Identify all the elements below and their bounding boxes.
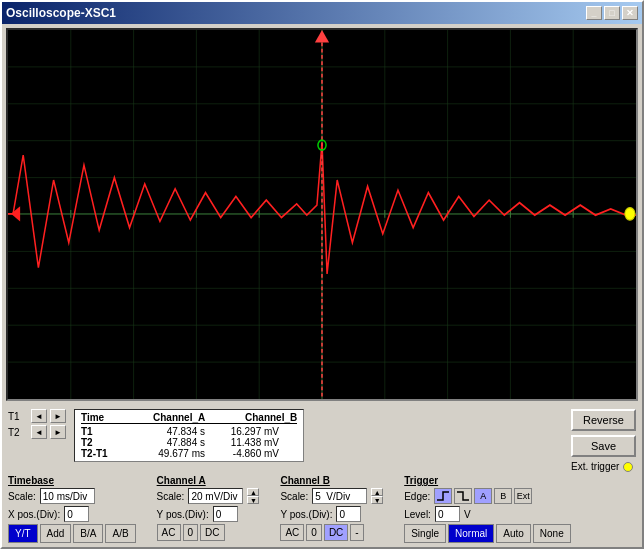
t2t1-measurement-row: T2-T1 49.677 ms -4.860 mV: [81, 448, 297, 459]
chb-scale-row: Scale: ▲ ▼: [280, 488, 383, 504]
chb-ypos-label: Y pos.(Div):: [280, 509, 332, 520]
reverse-save-panel: Reverse Save Ext. trigger: [571, 409, 636, 472]
screen-svg: [8, 30, 636, 399]
trigger-edge-buttons: A B Ext: [434, 488, 532, 504]
timebase-xpos-input[interactable]: [64, 506, 89, 522]
t2-left-button[interactable]: ◄: [31, 425, 47, 439]
yt-button[interactable]: Y/T: [8, 524, 38, 543]
t2-time-val: 47.884 s: [135, 437, 205, 448]
t2t1-row-label: T2-T1: [81, 448, 131, 459]
ext-trigger-row: Ext. trigger: [571, 461, 636, 472]
window-title: Oscilloscope-XSC1: [6, 6, 116, 20]
chb-ypos-row: Y pos.(Div):: [280, 506, 383, 522]
trigger-ext-button[interactable]: Ext: [514, 488, 532, 504]
chb-scale-label: Scale:: [280, 491, 308, 502]
timebase-scale-input[interactable]: [40, 488, 95, 504]
cha-scale-spinner: ▲ ▼: [247, 488, 259, 504]
svg-point-32: [625, 208, 635, 221]
t2-row-label: T2: [81, 437, 131, 448]
oscilloscope-window: Oscilloscope-XSC1 _ □ ✕: [0, 0, 644, 549]
cha-scale-label: Scale:: [157, 491, 185, 502]
timebase-mode-buttons: Y/T Add B/A A/B: [8, 524, 136, 543]
timebase-section: Timebase Scale: X pos.(Div): Y/T Add B/A…: [8, 475, 136, 543]
chb-scale-input[interactable]: [312, 488, 367, 504]
cha-scale-down[interactable]: ▼: [247, 496, 259, 504]
edge-label: Edge:: [404, 491, 430, 502]
trigger-led: [623, 462, 633, 472]
measurements-box: Time Channel_A Channel_B T1 47.834 s 16.…: [74, 409, 304, 462]
trigger-level-input[interactable]: [435, 506, 460, 522]
chb-scale-up[interactable]: ▲: [371, 488, 383, 496]
t2-right-button[interactable]: ►: [50, 425, 66, 439]
cursor-t2-row: T2 ◄ ►: [8, 425, 66, 439]
cha-ac-button[interactable]: AC: [157, 524, 181, 541]
ba-button[interactable]: B/A: [73, 524, 103, 543]
close-button[interactable]: ✕: [622, 6, 638, 20]
t2-measurement-row: T2 47.884 s 11.438 mV: [81, 437, 297, 448]
single-button[interactable]: Single: [404, 524, 446, 543]
trigger-edge-row: Edge:: [404, 488, 571, 504]
t1-right-button[interactable]: ►: [50, 409, 66, 423]
trigger-b-button[interactable]: B: [494, 488, 512, 504]
normal-button[interactable]: Normal: [448, 524, 494, 543]
chb-scale-spinner: ▲ ▼: [371, 488, 383, 504]
channel-a-section: Channel A Scale: ▲ ▼ Y pos.(Div): AC 0: [157, 475, 260, 541]
trigger-falling-button[interactable]: [454, 488, 472, 504]
trigger-section: Trigger Edge:: [404, 475, 571, 543]
channel-b-title: Channel B: [280, 475, 383, 486]
save-button[interactable]: Save: [571, 435, 636, 457]
cha-scale-row: Scale: ▲ ▼: [157, 488, 260, 504]
ext-trigger-label: Ext. trigger: [571, 461, 619, 472]
chb-scale-down[interactable]: ▼: [371, 496, 383, 504]
trigger-mode-buttons: Single Normal Auto None: [404, 524, 571, 543]
measurements-header: Time Channel_A Channel_B: [81, 412, 297, 424]
chb-ac-button[interactable]: AC: [280, 524, 304, 541]
scale-label: Scale:: [8, 491, 36, 502]
controls-panel: T1 ◄ ► T2 ◄ ► Time Channel_A Channel_B: [2, 405, 642, 547]
t1-cha-val: 16.297 mV: [209, 426, 279, 437]
chb-zero-button[interactable]: 0: [306, 524, 322, 541]
level-unit: V: [464, 509, 471, 520]
timebase-scale-row: Scale:: [8, 488, 136, 504]
cha-scale-up[interactable]: ▲: [247, 488, 259, 496]
cha-ypos-row: Y pos.(Div):: [157, 506, 260, 522]
t1-label: T1: [8, 411, 28, 422]
controls-row2: Timebase Scale: X pos.(Div): Y/T Add B/A…: [8, 475, 636, 543]
ab-button[interactable]: A/B: [105, 524, 135, 543]
t1-row-label: T1: [81, 426, 131, 437]
cha-ypos-label: Y pos.(Div):: [157, 509, 209, 520]
reverse-button[interactable]: Reverse: [571, 409, 636, 431]
cursor-t1-row: T1 ◄ ►: [8, 409, 66, 423]
t2t1-cha-val: -4.860 mV: [209, 448, 279, 459]
chb-dc-button[interactable]: DC: [324, 524, 348, 541]
timebase-title: Timebase: [8, 475, 136, 486]
trigger-title: Trigger: [404, 475, 571, 486]
t1-left-button[interactable]: ◄: [31, 409, 47, 423]
cha-ypos-input[interactable]: [213, 506, 238, 522]
minimize-button[interactable]: _: [586, 6, 602, 20]
timebase-xpos-row: X pos.(Div):: [8, 506, 136, 522]
t1-measurement-row: T1 47.834 s 16.297 mV: [81, 426, 297, 437]
title-bar-buttons: _ □ ✕: [586, 6, 638, 20]
channel-b-section: Channel B Scale: ▲ ▼ Y pos.(Div): AC 0: [280, 475, 383, 541]
add-button[interactable]: Add: [40, 524, 72, 543]
trigger-rising-button[interactable]: [434, 488, 452, 504]
trigger-a-button[interactable]: A: [474, 488, 492, 504]
cha-header: Channel_A: [153, 412, 225, 423]
cha-dc-button[interactable]: DC: [200, 524, 224, 541]
chb-minus-button[interactable]: -: [350, 524, 363, 541]
channel-a-title: Channel A: [157, 475, 260, 486]
chb-ypos-input[interactable]: [336, 506, 361, 522]
cha-coupling-buttons: AC 0 DC: [157, 524, 260, 541]
auto-button[interactable]: Auto: [496, 524, 531, 543]
cha-zero-button[interactable]: 0: [183, 524, 199, 541]
t2t1-time-val: 49.677 ms: [135, 448, 205, 459]
cha-scale-input[interactable]: [188, 488, 243, 504]
chb-header: Channel_B: [245, 412, 297, 423]
controls-row1: T1 ◄ ► T2 ◄ ► Time Channel_A Channel_B: [8, 409, 636, 472]
trigger-level-row: Level: V: [404, 506, 571, 522]
maximize-button[interactable]: □: [604, 6, 620, 20]
t1-time-val: 47.834 s: [135, 426, 205, 437]
t2-label: T2: [8, 427, 28, 438]
none-button[interactable]: None: [533, 524, 571, 543]
